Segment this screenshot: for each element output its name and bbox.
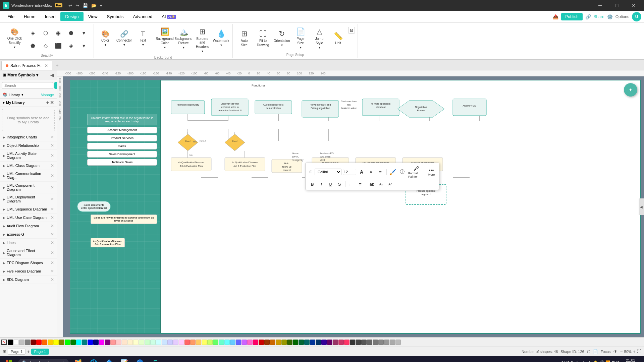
options-btn[interactable]: Options [615,14,629,19]
lib-add-btn[interactable]: + [46,100,49,105]
sidebar-collapse-btn[interactable]: ◀ [50,72,54,78]
color-swatch[interactable] [264,340,270,345]
color-swatch[interactable] [259,340,264,345]
color-swatch[interactable] [36,340,42,345]
sidebar-item-sdl[interactable]: ▶ SDL Diagram ✕ [0,276,57,284]
remove-icon[interactable]: ✕ [51,185,54,190]
color-swatch[interactable] [287,340,292,345]
color-swatch[interactable] [219,340,224,345]
page-tab-active[interactable]: Page-1 [31,349,49,355]
color-swatch[interactable] [236,340,241,345]
taskbar-app-word[interactable]: 📝 [117,356,132,362]
sidebar-item-infographic[interactable]: ▶ Infographic Charts ✕ [0,133,57,141]
swimlane-node[interactable]: Account Management [87,127,157,133]
remove-icon[interactable]: ✕ [51,197,54,201]
orientation-btn[interactable]: ↻ Orientation ▾ [273,26,290,50]
beautify-btn-6[interactable]: ⬟ [27,40,39,52]
watermark-btn[interactable]: 💧 Watermark ▾ [212,26,230,50]
beautify-btn-5[interactable]: ▾ [78,27,90,39]
lib-close-btn[interactable]: ✕ [50,100,54,105]
color-swatch[interactable] [276,340,281,345]
shrink-font-btn[interactable]: A [367,168,375,176]
color-swatch[interactable] [207,340,213,345]
color-swatch[interactable] [167,340,173,345]
remove-icon[interactable]: ✕ [51,260,54,265]
page-tab-1[interactable]: Page-1 [8,349,25,355]
fit-page-btn[interactable]: ⛶ [637,349,641,354]
strikethrough-btn[interactable]: S [335,180,343,188]
focus-btn[interactable]: Focus [601,350,611,354]
process-node[interactable]: 4x Qualification/DiscoverJob & evaluatio… [91,238,125,247]
beautify-btn-1[interactable]: ◈ [27,27,39,39]
color-swatch[interactable] [253,340,258,345]
menu-home[interactable]: Home [19,12,40,21]
sidebar-item-lines[interactable]: ▶ Lines ✕ [0,239,57,247]
menu-advanced[interactable]: Advanced [128,12,157,21]
swimlane-node[interactable]: Product Services [87,135,157,141]
underline-btn[interactable]: U [326,180,334,188]
sidebar-item-uml-usecase[interactable]: ▶ UML Use Case Diagram ✕ [0,214,57,222]
color-swatch[interactable] [378,340,384,345]
swimlane-node[interactable]: Sales Development [87,151,157,158]
color-swatch[interactable] [150,340,156,345]
one-click-beautify-btn[interactable]: 🎨 One Click Beautify ▾ [4,26,25,50]
color-swatch[interactable] [327,340,332,345]
color-swatch[interactable] [42,340,47,345]
beautify-btn-3[interactable]: ◉ [52,27,64,39]
bullet-list-btn[interactable]: ≔ [347,180,355,188]
color-swatch[interactable] [384,340,389,345]
color-swatch[interactable] [116,340,121,345]
color-swatch[interactable] [213,340,218,345]
menu-view[interactable]: View [84,12,102,21]
remove-icon[interactable]: ✕ [51,207,54,212]
swimlane-node[interactable]: Sales [87,143,157,149]
minimize-btn[interactable]: ─ [592,0,608,11]
color-swatch[interactable] [356,340,361,345]
flowchart-area[interactable]: Functional [161,80,640,333]
color-swatch[interactable] [122,340,127,345]
menu-symbols[interactable]: Symbols [102,12,128,21]
color-swatch[interactable] [65,340,70,345]
color-swatch[interactable] [59,340,64,345]
color-swatch[interactable] [270,340,275,345]
italic-btn[interactable]: I [317,180,325,188]
beautify-btn-2[interactable]: ⬡ [40,27,52,39]
user-avatar[interactable]: U [632,12,641,21]
canvas-toggle-btn[interactable]: ◀ [639,198,644,215]
maximize-btn[interactable]: □ [609,0,625,11]
remove-icon[interactable]: ✕ [51,135,54,139]
color-swatch[interactable] [127,340,133,345]
font-family-select[interactable]: Calibri [315,169,341,175]
oval-node[interactable]: Sales documents enter specification list [77,201,111,212]
info-btn[interactable]: ⓘ [398,168,406,176]
windows-start-btn[interactable] [1,356,16,362]
color-swatch[interactable] [110,340,116,345]
open-btn[interactable]: 📂 [90,2,98,9]
beautify-btn-expand[interactable]: ▾ [78,40,90,52]
canvas-content[interactable]: Colours inform which role in the organis… [63,76,644,337]
remove-icon[interactable]: ✕ [51,250,54,255]
remove-icon[interactable]: ✕ [51,215,54,220]
color-swatch[interactable] [190,340,196,345]
color-swatch[interactable] [281,340,287,345]
close-btn[interactable]: ✕ [626,0,641,11]
color-swatch[interactable] [338,340,344,345]
page-setup-expand-btn[interactable]: ⊡ [348,27,355,34]
connector-btn[interactable]: 🔗 Connector ▾ [115,26,133,50]
color-swatch[interactable] [202,340,207,345]
color-swatch[interactable] [162,340,167,345]
tab-close-icon[interactable]: ✕ [45,63,48,68]
numbered-list-btn[interactable]: ≡ [356,180,364,188]
color-swatch[interactable] [19,340,24,345]
no-fill-btn[interactable] [1,340,7,345]
text-btn[interactable]: T Text ▾ [134,26,152,50]
color-swatch[interactable] [184,340,190,345]
process-node[interactable]: Sales are now maintained to achieve and … [91,215,157,224]
taskbar-app-chrome[interactable]: 🔵 [132,356,147,362]
more-quick-btn[interactable]: ▾ [99,2,104,9]
color-swatch[interactable] [367,340,372,345]
sidebar-item-epc[interactable]: ▶ EPC Diagram Shapes ✕ [0,259,57,267]
fit-drawing-btn[interactable]: ⛶ Fit to Drawing [254,26,272,50]
color-swatch[interactable] [31,340,36,345]
color-swatch[interactable] [230,340,235,345]
